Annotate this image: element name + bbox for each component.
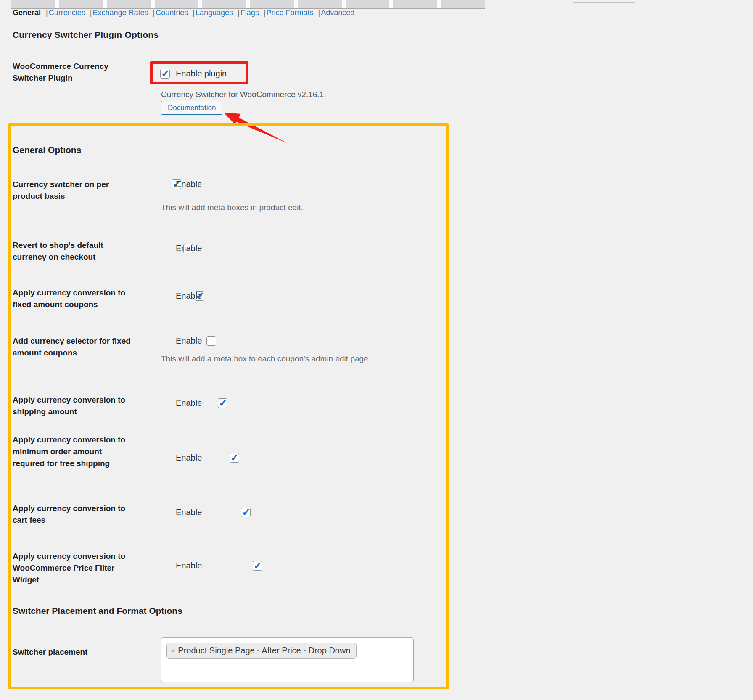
tab-currencies[interactable]: Currencies	[49, 8, 85, 17]
option-checkbox-label[interactable]: Enable	[176, 398, 202, 408]
option-checkbox[interactable]	[253, 561, 262, 571]
tab-price-formats[interactable]: Price Formats	[267, 8, 314, 17]
option-row-label: Apply currency conversion to WooCommerce…	[13, 550, 135, 586]
option-row-label: Revert to shop's default currency on che…	[13, 239, 135, 263]
nav-separator: |	[46, 8, 48, 17]
option-row-label: Add currency selector for fixed amount c…	[13, 335, 135, 359]
settings-tab-nav: General|Currencies |Exchange Rates |Coun…	[13, 8, 354, 17]
browser-tab-stub[interactable]	[107, 0, 151, 8]
browser-tab-stub[interactable]	[393, 0, 437, 8]
browser-tab-stub[interactable]	[441, 0, 485, 8]
tab-countries[interactable]: Countries	[156, 8, 188, 17]
nav-separator: |	[153, 8, 155, 17]
tab-flags[interactable]: Flags	[240, 8, 259, 17]
browser-tab-stub[interactable]	[298, 0, 342, 8]
option-checkbox-label[interactable]: Enable	[176, 336, 202, 346]
nav-separator: |	[238, 8, 240, 17]
plugin-version-text: Currency Switcher for WooCommerce v2.16.…	[161, 90, 326, 99]
enable-plugin-label[interactable]: Enable plugin	[176, 69, 227, 79]
tab-languages[interactable]: Languages	[196, 8, 233, 17]
option-checkbox[interactable]	[241, 508, 251, 517]
option-checkbox[interactable]	[218, 398, 227, 408]
browser-tab-stub[interactable]	[250, 0, 294, 8]
option-row-label: Apply currency conversion to fixed amoun…	[13, 287, 135, 311]
option-checkbox-label[interactable]: Enable	[176, 291, 202, 301]
nav-separator: |	[193, 8, 195, 17]
option-row-label: Apply currency conversion to cart fees	[13, 503, 135, 526]
enable-plugin-checkbox[interactable]	[160, 69, 170, 79]
browser-tab-stub[interactable]	[346, 0, 390, 8]
option-checkbox[interactable]	[230, 453, 239, 463]
documentation-button[interactable]: Documentation	[161, 101, 222, 115]
plugin-row-label: WooCommerce Currency Switcher Plugin	[13, 61, 118, 84]
option-checkbox-label[interactable]: Enable	[176, 508, 202, 517]
top-tab-strip	[11, 0, 485, 9]
browser-tab-stub[interactable]	[155, 0, 199, 8]
option-checkbox-label[interactable]: Enable	[176, 179, 202, 189]
general-options-heading: General Options	[13, 145, 81, 155]
page-title: Currency Switcher Plugin Options	[13, 30, 159, 40]
tab-advanced[interactable]: Advanced	[321, 8, 354, 17]
nav-separator: |	[318, 8, 320, 17]
browser-tab-stub[interactable]	[11, 0, 55, 8]
option-description: This will add a meta box to each coupon'…	[161, 354, 370, 363]
remove-tag-icon[interactable]: ×	[171, 647, 175, 655]
option-row-label: Apply currency conversion to shipping am…	[13, 394, 135, 418]
switcher-placement-multiselect[interactable]: × Product Single Page - After Price - Dr…	[161, 637, 414, 682]
nav-separator: |	[264, 8, 266, 17]
option-description: This will add meta boxes in product edit…	[161, 203, 303, 212]
browser-tab-stub[interactable]	[202, 0, 246, 8]
option-row-label: Apply currency conversion to minimum ord…	[13, 434, 135, 469]
nav-separator: |	[90, 8, 92, 17]
selected-placement-tag[interactable]: × Product Single Page - After Price - Dr…	[166, 643, 357, 659]
browser-tab-stub[interactable]	[59, 0, 103, 8]
option-row-label: Currency switcher on per product basis	[13, 179, 135, 202]
option-checkbox-label[interactable]: Enable	[176, 453, 202, 463]
tab-general[interactable]: General	[13, 8, 41, 17]
selected-placement-text: Product Single Page - After Price - Drop…	[178, 646, 350, 655]
top-right-divider	[573, 2, 635, 3]
option-checkbox-label[interactable]: Enable	[176, 561, 202, 571]
tab-exchange-rates[interactable]: Exchange Rates	[92, 8, 148, 17]
switcher-placement-label: Switcher placement	[13, 646, 135, 658]
option-checkbox-label[interactable]: Enable	[176, 244, 202, 253]
placement-section-heading: Switcher Placement and Format Options	[13, 606, 182, 616]
option-checkbox[interactable]	[206, 336, 216, 346]
